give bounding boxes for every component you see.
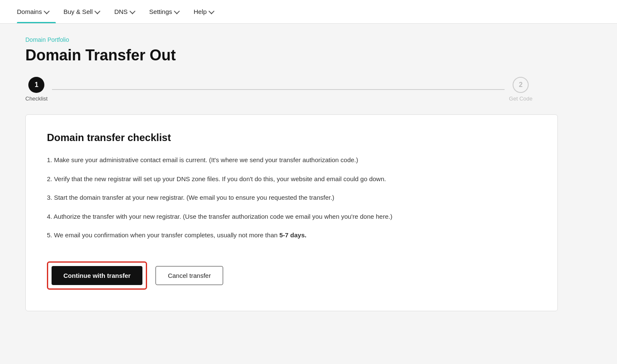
nav-label-buy-sell: Buy & Sell: [63, 8, 93, 15]
chevron-down-icon: [44, 8, 50, 14]
checklist-item-5: 5. We email you confirmation when your t…: [47, 231, 536, 240]
nav-label-settings: Settings: [149, 8, 172, 15]
nav-item-buy-sell[interactable]: Buy & Sell: [56, 0, 106, 23]
checklist-item-2: 2. Verify that the new registrar will se…: [47, 174, 536, 184]
stepper: 1 Checklist 2 Get Code: [25, 77, 532, 102]
nav-item-help[interactable]: Help: [186, 0, 221, 23]
chevron-down-icon: [208, 8, 214, 14]
checklist: 1. Make sure your administrative contact…: [47, 155, 536, 240]
checklist-card: Domain transfer checklist 1. Make sure y…: [25, 114, 558, 311]
checklist-item-1: 1. Make sure your administrative contact…: [47, 155, 536, 165]
step-1: 1 Checklist: [25, 77, 48, 102]
card-title: Domain transfer checklist: [47, 132, 536, 144]
nav-label-domains: Domains: [17, 8, 42, 15]
breadcrumb[interactable]: Domain Portfolio: [25, 36, 566, 43]
checklist-item-4: 4. Authorize the transfer with your new …: [47, 212, 536, 222]
step-1-label: Checklist: [25, 95, 48, 102]
nav-item-dns[interactable]: DNS: [106, 0, 142, 23]
cancel-transfer-button[interactable]: Cancel transfer: [156, 266, 223, 285]
page-content: Domain Portfolio Domain Transfer Out 1 C…: [0, 24, 592, 324]
chevron-down-icon: [129, 8, 135, 14]
continue-button-highlight: Continue with transfer: [47, 261, 147, 290]
nav-bar: Domains Buy & Sell DNS Settings Help: [0, 0, 617, 24]
checklist-item-5-bold: 5-7 days.: [279, 231, 306, 239]
step-1-circle: 1: [28, 77, 44, 93]
step-2-label: Get Code: [509, 95, 532, 102]
chevron-down-icon: [95, 8, 101, 14]
nav-label-help: Help: [194, 8, 207, 15]
step-2-circle: 2: [513, 77, 529, 93]
step-line: [52, 89, 505, 90]
continue-transfer-button[interactable]: Continue with transfer: [52, 266, 142, 285]
page-title: Domain Transfer Out: [25, 46, 566, 64]
nav-label-dns: DNS: [114, 8, 128, 15]
chevron-down-icon: [174, 8, 180, 14]
nav-item-settings[interactable]: Settings: [142, 0, 186, 23]
nav-item-domains[interactable]: Domains: [17, 0, 56, 23]
button-row: Continue with transfer Cancel transfer: [47, 261, 536, 290]
step-2: 2 Get Code: [509, 77, 532, 102]
checklist-item-3: 3. Start the domain transfer at your new…: [47, 193, 536, 203]
